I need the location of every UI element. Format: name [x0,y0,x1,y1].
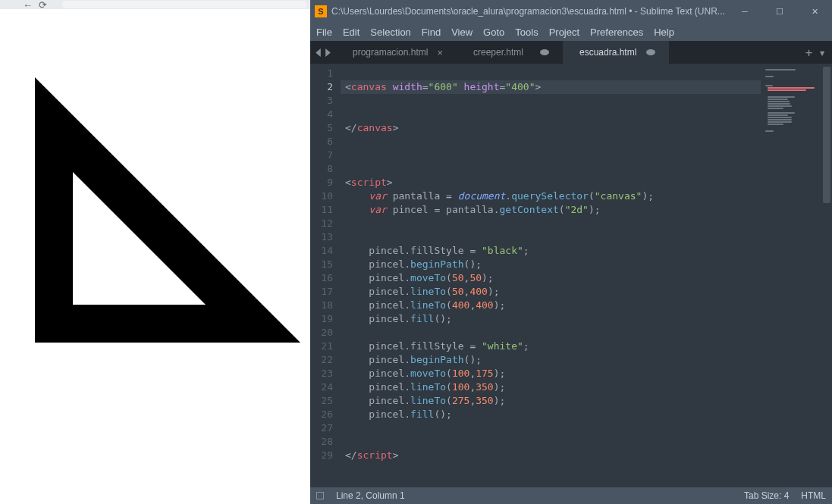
new-tab-icon[interactable]: + [805,45,813,60]
panel-toggle-icon[interactable] [316,492,324,499]
reload-icon[interactable]: ⟳ [39,0,47,11]
code-line[interactable]: var pantalla = document.querySelector("c… [341,189,761,203]
vertical-scrollbar[interactable] [821,64,832,487]
code-line[interactable]: pincel.lineTo(275,350); [341,394,761,408]
line-number[interactable]: 24 [310,380,333,394]
tab-back-icon[interactable] [315,49,322,57]
line-number[interactable]: 23 [310,367,333,380]
line-number[interactable]: 19 [310,312,333,326]
tab-label: programacion.html [353,47,428,58]
tab-size[interactable]: Tab Size: 4 [744,490,789,501]
minimize-button[interactable]: ─ [727,0,762,23]
line-number[interactable]: 16 [310,271,333,285]
code-line[interactable]: <script> [341,176,761,189]
code-line[interactable]: </script> [341,449,761,462]
window-titlebar[interactable]: S C:\Users\Lourdes\Documents\oracle_alur… [310,0,832,23]
line-number[interactable]: 17 [310,285,333,299]
code-line[interactable]: pincel.beginPath(); [341,258,761,271]
tab-forward-icon[interactable] [325,49,331,57]
menu-file[interactable]: File [316,27,332,38]
line-number[interactable]: 27 [310,421,333,435]
menu-project[interactable]: Project [549,27,579,38]
line-number[interactable]: 7 [310,149,333,162]
line-number[interactable]: 13 [310,230,333,244]
code-line[interactable]: pincel.lineTo(400,400); [341,299,761,312]
tab-escuadra-html[interactable]: escuadra.html [563,41,669,64]
line-number[interactable]: 28 [310,435,333,449]
line-number[interactable]: 22 [310,353,333,367]
browser-nav-controls[interactable]: ← ⟳ [23,0,47,11]
menu-preferences[interactable]: Preferences [590,27,643,38]
menu-find[interactable]: Find [422,27,441,38]
line-number[interactable]: 12 [310,217,333,230]
tab-label: escuadra.html [579,47,636,58]
code-line[interactable]: pincel.moveTo(100,175); [341,367,761,380]
line-number[interactable]: 3 [310,94,333,108]
code-line[interactable]: pincel.beginPath(); [341,353,761,367]
line-number[interactable]: 26 [310,408,333,421]
code-line[interactable] [341,162,761,176]
line-number[interactable]: 18 [310,299,333,312]
line-number[interactable]: 4 [310,108,333,121]
menu-view[interactable]: View [451,27,473,38]
line-number[interactable]: 9 [310,176,333,189]
code-line[interactable] [341,108,761,121]
syntax-mode[interactable]: HTML [801,490,826,501]
code-line[interactable] [341,326,761,340]
code-line[interactable] [341,94,761,108]
code-line[interactable] [341,435,761,449]
code-line[interactable]: pincel.moveTo(50,50); [341,271,761,285]
code-line[interactable] [341,217,761,230]
menu-goto[interactable]: Goto [483,27,504,38]
scrollbar-thumb[interactable] [823,67,830,203]
tab-history-nav[interactable] [310,41,336,64]
code-line[interactable] [341,230,761,244]
line-number[interactable]: 20 [310,326,333,340]
code-line[interactable]: pincel.fill(); [341,408,761,421]
line-number[interactable]: 14 [310,244,333,258]
line-number[interactable]: 15 [310,258,333,271]
code-line[interactable]: <canvas width="600" height="400"> [341,80,761,94]
tab-programacion-html[interactable]: programacion.html× [336,41,457,64]
line-number[interactable]: 25 [310,394,333,408]
minimap[interactable] [761,64,821,487]
line-number[interactable]: 21 [310,340,333,353]
tab-close-icon[interactable]: × [428,47,443,58]
tab-bar: programacion.html×creeper.htmlescuadra.h… [310,41,832,64]
tab-creeper-html[interactable]: creeper.html [457,41,563,64]
line-number-gutter[interactable]: 1234567891011121314151617181920212223242… [310,64,341,487]
menu-tools[interactable]: Tools [515,27,538,38]
code-line[interactable]: pincel.fill(); [341,312,761,326]
code-line[interactable] [341,149,761,162]
line-number[interactable]: 8 [310,162,333,176]
code-line[interactable]: var pincel = pantalla.getContext("2d"); [341,203,761,217]
code-editor[interactable]: <canvas width="600" height="400"></canva… [341,64,761,487]
tab-actions: + ▾ [799,41,832,64]
code-line[interactable]: pincel.fillStyle = "white"; [341,340,761,353]
line-number[interactable]: 1 [310,67,333,80]
url-bar[interactable] [62,1,307,8]
code-line[interactable]: </canvas> [341,121,761,135]
code-line[interactable]: pincel.lineTo(50,400); [341,285,761,299]
code-line[interactable] [341,67,761,80]
cursor-position[interactable]: Line 2, Column 1 [336,490,405,501]
tab-menu-icon[interactable]: ▾ [818,45,826,60]
line-number[interactable]: 11 [310,203,333,217]
line-number[interactable]: 29 [310,449,333,462]
code-line[interactable] [341,421,761,435]
line-number[interactable]: 5 [310,121,333,135]
line-number[interactable]: 2 [310,80,333,94]
back-icon[interactable]: ← [23,0,33,11]
menu-edit[interactable]: Edit [343,27,359,38]
code-line[interactable]: pincel.fillStyle = "black"; [341,244,761,258]
sublime-text-window: S C:\Users\Lourdes\Documents\oracle_alur… [310,0,832,504]
menu-selection[interactable]: Selection [370,27,410,38]
maximize-button[interactable]: ☐ [762,0,797,23]
close-button[interactable]: ✕ [797,0,832,23]
line-number[interactable]: 10 [310,189,333,203]
code-line[interactable]: pincel.lineTo(100,350); [341,380,761,394]
menu-help[interactable]: Help [654,27,674,38]
code-line[interactable] [341,135,761,149]
dirty-indicator-icon [646,49,655,55]
line-number[interactable]: 6 [310,135,333,149]
